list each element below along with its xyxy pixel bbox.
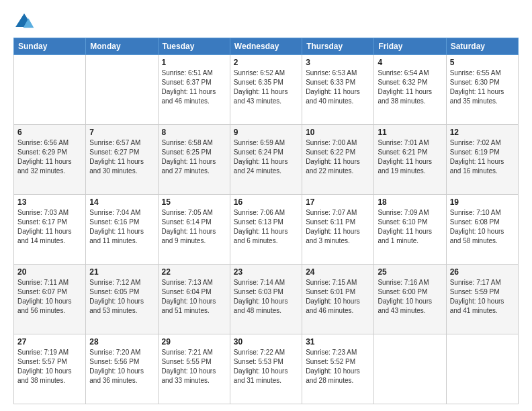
- day-number: 9: [234, 128, 298, 137]
- calendar-cell: 29Sunrise: 7:21 AM Sunset: 5:55 PM Dayli…: [158, 334, 230, 404]
- day-number: 29: [162, 337, 226, 347]
- day-info: Sunrise: 7:06 AM Sunset: 6:13 PM Dayligh…: [234, 208, 298, 246]
- day-number: 12: [450, 128, 515, 137]
- day-info: Sunrise: 7:17 AM Sunset: 5:59 PM Dayligh…: [450, 278, 515, 316]
- day-info: Sunrise: 7:20 AM Sunset: 5:56 PM Dayligh…: [89, 348, 154, 385]
- calendar-cell: 3Sunrise: 6:53 AM Sunset: 6:33 PM Daylig…: [302, 55, 374, 125]
- calendar-cell: 1Sunrise: 6:51 AM Sunset: 6:37 PM Daylig…: [158, 55, 230, 125]
- day-info: Sunrise: 7:00 AM Sunset: 6:22 PM Dayligh…: [306, 138, 370, 176]
- day-number: 14: [89, 197, 154, 207]
- calendar-cell: 11Sunrise: 7:01 AM Sunset: 6:21 PM Dayli…: [374, 125, 446, 195]
- day-number: 8: [162, 128, 226, 137]
- calendar-cell: [446, 334, 518, 404]
- calendar-cell: 16Sunrise: 7:06 AM Sunset: 6:13 PM Dayli…: [230, 195, 302, 265]
- day-number: 2: [234, 58, 298, 67]
- day-info: Sunrise: 6:55 AM Sunset: 6:30 PM Dayligh…: [450, 68, 515, 106]
- calendar-cell: 7Sunrise: 6:57 AM Sunset: 6:27 PM Daylig…: [86, 125, 158, 195]
- day-info: Sunrise: 7:21 AM Sunset: 5:55 PM Dayligh…: [162, 348, 226, 385]
- day-number: 30: [234, 337, 298, 347]
- day-number: 24: [306, 267, 370, 277]
- calendar-cell: 2Sunrise: 6:52 AM Sunset: 6:35 PM Daylig…: [230, 55, 302, 125]
- day-number: 28: [89, 337, 154, 347]
- day-info: Sunrise: 6:59 AM Sunset: 6:24 PM Dayligh…: [234, 138, 298, 176]
- calendar-cell: 12Sunrise: 7:02 AM Sunset: 6:19 PM Dayli…: [446, 125, 518, 195]
- calendar-cell: 19Sunrise: 7:10 AM Sunset: 6:08 PM Dayli…: [446, 195, 518, 265]
- day-info: Sunrise: 6:56 AM Sunset: 6:29 PM Dayligh…: [17, 138, 82, 176]
- day-info: Sunrise: 7:14 AM Sunset: 6:03 PM Dayligh…: [234, 278, 298, 316]
- day-number: 19: [450, 197, 515, 207]
- day-number: 5: [450, 58, 515, 67]
- day-info: Sunrise: 7:22 AM Sunset: 5:53 PM Dayligh…: [234, 348, 298, 385]
- day-header-monday: Monday: [86, 38, 158, 55]
- day-number: 20: [17, 267, 82, 277]
- day-number: 23: [234, 267, 298, 277]
- day-info: Sunrise: 7:03 AM Sunset: 6:17 PM Dayligh…: [17, 208, 82, 246]
- week-row-4: 27Sunrise: 7:19 AM Sunset: 5:57 PM Dayli…: [14, 334, 519, 404]
- day-header-thursday: Thursday: [302, 38, 374, 55]
- calendar-cell: 20Sunrise: 7:11 AM Sunset: 6:07 PM Dayli…: [14, 265, 86, 334]
- day-number: 3: [306, 58, 370, 67]
- day-info: Sunrise: 7:19 AM Sunset: 5:57 PM Dayligh…: [17, 348, 82, 385]
- calendar-body: 1Sunrise: 6:51 AM Sunset: 6:37 PM Daylig…: [14, 55, 519, 404]
- calendar-cell: 15Sunrise: 7:05 AM Sunset: 6:14 PM Dayli…: [158, 195, 230, 265]
- logo: [13, 11, 38, 32]
- day-info: Sunrise: 7:12 AM Sunset: 6:05 PM Dayligh…: [89, 278, 154, 316]
- day-info: Sunrise: 7:13 AM Sunset: 6:04 PM Dayligh…: [162, 278, 226, 316]
- day-number: 26: [450, 267, 515, 277]
- day-number: 10: [306, 128, 370, 137]
- calendar-cell: [86, 55, 158, 125]
- calendar-table: SundayMondayTuesdayWednesdayThursdayFrid…: [13, 38, 519, 404]
- calendar-cell: 22Sunrise: 7:13 AM Sunset: 6:04 PM Dayli…: [158, 265, 230, 334]
- day-number: 11: [378, 128, 442, 137]
- day-info: Sunrise: 7:04 AM Sunset: 6:16 PM Dayligh…: [89, 208, 154, 246]
- day-number: 16: [234, 197, 298, 207]
- day-header-friday: Friday: [374, 38, 446, 55]
- day-info: Sunrise: 6:53 AM Sunset: 6:33 PM Dayligh…: [306, 68, 370, 106]
- calendar-cell: 14Sunrise: 7:04 AM Sunset: 6:16 PM Dayli…: [86, 195, 158, 265]
- day-number: 15: [162, 197, 226, 207]
- calendar-cell: 13Sunrise: 7:03 AM Sunset: 6:17 PM Dayli…: [14, 195, 86, 265]
- day-header-tuesday: Tuesday: [158, 38, 230, 55]
- day-number: 17: [306, 197, 370, 207]
- week-row-0: 1Sunrise: 6:51 AM Sunset: 6:37 PM Daylig…: [14, 55, 519, 125]
- day-info: Sunrise: 7:11 AM Sunset: 6:07 PM Dayligh…: [17, 278, 82, 316]
- day-info: Sunrise: 7:16 AM Sunset: 6:00 PM Dayligh…: [378, 278, 442, 316]
- page: SundayMondayTuesdayWednesdayThursdayFrid…: [0, 0, 532, 411]
- calendar-cell: 5Sunrise: 6:55 AM Sunset: 6:30 PM Daylig…: [446, 55, 518, 125]
- week-row-3: 20Sunrise: 7:11 AM Sunset: 6:07 PM Dayli…: [14, 265, 519, 334]
- day-info: Sunrise: 7:01 AM Sunset: 6:21 PM Dayligh…: [378, 138, 442, 176]
- calendar-cell: 31Sunrise: 7:23 AM Sunset: 5:52 PM Dayli…: [302, 334, 374, 404]
- header-row: SundayMondayTuesdayWednesdayThursdayFrid…: [14, 38, 519, 55]
- calendar-cell: 6Sunrise: 6:56 AM Sunset: 6:29 PM Daylig…: [14, 125, 86, 195]
- day-info: Sunrise: 7:02 AM Sunset: 6:19 PM Dayligh…: [450, 138, 515, 176]
- logo-icon: [13, 11, 35, 32]
- week-row-1: 6Sunrise: 6:56 AM Sunset: 6:29 PM Daylig…: [14, 125, 519, 195]
- day-info: Sunrise: 6:57 AM Sunset: 6:27 PM Dayligh…: [89, 138, 154, 176]
- day-number: 27: [17, 337, 82, 347]
- calendar-cell: 8Sunrise: 6:58 AM Sunset: 6:25 PM Daylig…: [158, 125, 230, 195]
- day-header-sunday: Sunday: [14, 38, 86, 55]
- calendar-cell: 28Sunrise: 7:20 AM Sunset: 5:56 PM Dayli…: [86, 334, 158, 404]
- calendar-header: SundayMondayTuesdayWednesdayThursdayFrid…: [14, 38, 519, 55]
- calendar-cell: [374, 334, 446, 404]
- day-info: Sunrise: 6:52 AM Sunset: 6:35 PM Dayligh…: [234, 68, 298, 106]
- day-number: 7: [89, 128, 154, 137]
- day-number: 1: [162, 58, 226, 67]
- day-info: Sunrise: 7:07 AM Sunset: 6:11 PM Dayligh…: [306, 208, 370, 246]
- calendar-cell: 30Sunrise: 7:22 AM Sunset: 5:53 PM Dayli…: [230, 334, 302, 404]
- week-row-2: 13Sunrise: 7:03 AM Sunset: 6:17 PM Dayli…: [14, 195, 519, 265]
- header: [13, 11, 519, 32]
- calendar-cell: 26Sunrise: 7:17 AM Sunset: 5:59 PM Dayli…: [446, 265, 518, 334]
- day-number: 18: [378, 197, 442, 207]
- day-header-saturday: Saturday: [446, 38, 518, 55]
- day-header-wednesday: Wednesday: [230, 38, 302, 55]
- calendar-cell: 10Sunrise: 7:00 AM Sunset: 6:22 PM Dayli…: [302, 125, 374, 195]
- day-info: Sunrise: 6:58 AM Sunset: 6:25 PM Dayligh…: [162, 138, 226, 176]
- calendar-cell: 17Sunrise: 7:07 AM Sunset: 6:11 PM Dayli…: [302, 195, 374, 265]
- day-info: Sunrise: 6:54 AM Sunset: 6:32 PM Dayligh…: [378, 68, 442, 106]
- day-number: 31: [306, 337, 370, 347]
- day-number: 22: [162, 267, 226, 277]
- calendar-cell: 25Sunrise: 7:16 AM Sunset: 6:00 PM Dayli…: [374, 265, 446, 334]
- day-info: Sunrise: 7:10 AM Sunset: 6:08 PM Dayligh…: [450, 208, 515, 246]
- day-number: 13: [17, 197, 82, 207]
